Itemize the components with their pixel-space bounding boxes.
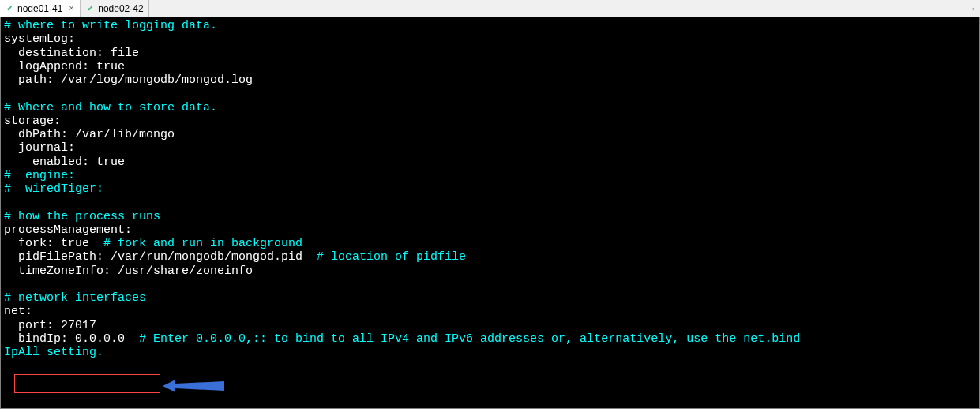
terminal-line: processManagement:: [4, 223, 976, 237]
config-text: processManagement:: [4, 223, 132, 237]
terminal-line: path: /var/log/mongodb/mongod.log: [4, 73, 976, 87]
config-text: path: /var/log/mongodb/mongod.log: [4, 73, 253, 87]
config-text: destination: file: [4, 47, 139, 60]
config-text: systemLog:: [4, 32, 75, 46]
config-text: port: 27017: [4, 319, 96, 332]
terminal-line: fork: true # fork and run in background: [4, 237, 976, 250]
tab-node02-42[interactable]: ✓ node02-42: [81, 0, 148, 17]
config-text: journal:: [4, 141, 75, 155]
terminal-line: systemLog:: [4, 32, 976, 46]
config-comment: # network interfaces: [4, 291, 146, 305]
terminal-line: timeZoneInfo: /usr/share/zoneinfo: [4, 264, 976, 278]
check-icon: ✓: [85, 4, 95, 13]
config-comment: # how the process runs: [4, 210, 160, 223]
config-comment: # wiredTiger:: [4, 182, 103, 196]
config-comment: # fork and run in background: [103, 237, 302, 250]
tab-label: node02-42: [98, 3, 143, 14]
terminal-line: dbPath: /var/lib/mongo: [4, 128, 976, 141]
terminal-line: enabled: true: [4, 155, 976, 169]
close-icon[interactable]: ×: [67, 4, 75, 13]
annotation-highlight: [14, 374, 160, 393]
config-text: storage:: [4, 114, 61, 128]
terminal-line: logAppend: true: [4, 60, 976, 73]
config-text: enabled: true: [4, 155, 125, 169]
terminal-output[interactable]: # where to write logging data.systemLog:…: [0, 17, 980, 409]
config-comment: IpAll setting.: [4, 346, 103, 359]
config-text: net:: [4, 305, 32, 318]
config-comment: # engine:: [4, 169, 75, 182]
tab-overflow-icon[interactable]: ◂: [966, 4, 980, 13]
terminal-line: port: 27017: [4, 319, 976, 332]
terminal-line: [4, 278, 976, 291]
tab-bar: ✓ node01-41 × ✓ node02-42 ◂: [0, 0, 980, 17]
config-comment: # Where and how to store data.: [4, 101, 217, 114]
terminal-line: destination: file: [4, 47, 976, 60]
config-text: logAppend: true: [4, 60, 125, 73]
terminal-line: storage:: [4, 114, 976, 128]
config-comment: # Enter 0.0.0.0,:: to bind to all IPv4 a…: [139, 332, 800, 346]
tab-label: node01-41: [17, 3, 62, 14]
arrow-icon: [163, 377, 226, 395]
terminal-line: journal:: [4, 141, 976, 155]
check-icon: ✓: [5, 4, 14, 13]
config-text: pidFilePath: /var/run/mongodb/mongod.pid: [4, 250, 317, 264]
terminal-line: # network interfaces: [4, 291, 976, 305]
svg-marker-0: [163, 380, 224, 392]
terminal-line: [4, 196, 976, 209]
terminal-line: bindIp: 0.0.0.0 # Enter 0.0.0.0,:: to bi…: [4, 332, 976, 346]
config-comment: # where to write logging data.: [4, 19, 217, 32]
config-text: bindIp: 0.0.0.0: [4, 332, 139, 346]
config-comment: # location of pidfile: [317, 250, 466, 264]
config-text: timeZoneInfo: /usr/share/zoneinfo: [4, 264, 253, 278]
terminal-line: pidFilePath: /var/run/mongodb/mongod.pid…: [4, 250, 976, 264]
terminal-line: # engine:: [4, 169, 976, 182]
terminal-line: # Where and how to store data.: [4, 101, 976, 114]
config-text: fork: true: [4, 237, 103, 250]
tab-node01-41[interactable]: ✓ node01-41 ×: [0, 0, 81, 17]
terminal-line: # how the process runs: [4, 210, 976, 223]
terminal-line: net:: [4, 305, 976, 318]
terminal-line: [4, 87, 976, 100]
terminal-line: # wiredTiger:: [4, 182, 976, 196]
terminal-line: # where to write logging data.: [4, 19, 976, 32]
config-text: dbPath: /var/lib/mongo: [4, 128, 175, 141]
terminal-line: IpAll setting.: [4, 346, 976, 359]
